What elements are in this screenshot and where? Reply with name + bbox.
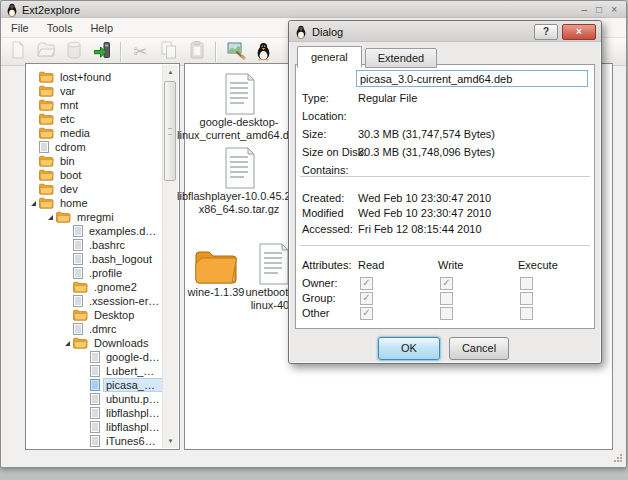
dialog-row: Size on Disk:30.3 MB (31,748,096 Bytes) [296,145,594,159]
permission-checkbox[interactable] [440,292,453,305]
maximize-button[interactable]: □ [596,5,602,15]
tree-item-label: cdrom [53,141,88,153]
tree-item[interactable]: home [27,196,163,210]
field-label: Type: [302,91,329,105]
tree-item[interactable]: examples.desk... [27,224,163,238]
document-icon [177,66,301,116]
tree-item-label: boot [58,169,83,181]
tab-general[interactable]: general [297,46,362,68]
expand-arrow-icon[interactable] [65,341,70,346]
permission-checkbox[interactable] [520,307,533,320]
tree-item[interactable]: Desktop [27,308,163,322]
permission-checkbox[interactable] [440,307,453,320]
tree-scrollbar[interactable]: ▲ ▼ [162,65,178,448]
tree-item[interactable]: var [27,84,163,98]
tree-item[interactable]: mregmi [27,210,163,224]
filename-field[interactable] [356,70,588,87]
scroll-up-icon[interactable]: ▲ [163,65,178,79]
file-item[interactable]: libflashplayer-10.0.45.2.linx86_64.so.ta… [177,140,301,216]
field-label: Size: [302,127,326,141]
field-label: Location: [302,109,347,123]
tree-item[interactable]: dev [27,182,163,196]
tree-item[interactable]: Downloads [27,336,163,350]
desktop: { "window": { "title": "Ext2explore", "c… [0,0,628,480]
dialog-close-button[interactable]: × [562,24,596,40]
tree-item[interactable]: boot [27,168,163,182]
permission-checkbox[interactable]: ✓ [360,307,373,320]
tree-item[interactable]: .profile [27,266,163,280]
permission-checkbox[interactable] [520,277,533,290]
tree-item[interactable]: iTunes64Se... [27,434,163,448]
tree-item[interactable]: google-de... [27,350,163,364]
dialog-tux-icon [295,25,307,39]
tree-item[interactable]: .bash_logout [27,252,163,266]
permission-checkbox[interactable]: ✓ [360,292,373,305]
close-button[interactable]: × [611,5,617,15]
file-icon [73,239,83,251]
view-properties-icon [226,40,246,64]
toolbar-linux-tux-button[interactable] [252,40,275,63]
toolbar-extract-save-button[interactable] [90,40,113,63]
tree-item[interactable]: picasa_3.0-... [27,378,163,392]
tree-item[interactable]: cdrom [27,140,163,154]
resize-grip[interactable] [612,454,622,464]
tree-item[interactable]: libflashpla... [27,420,163,434]
toolbar-open-folder-button[interactable] [34,40,57,63]
tree-item[interactable]: lost+found [27,70,163,84]
expand-arrow-icon[interactable] [31,201,36,206]
permission-checkbox[interactable] [520,292,533,305]
folder-icon [39,85,54,97]
tree-item-label: bin [58,155,77,167]
expand-arrow-icon[interactable] [48,215,53,220]
menu-tools[interactable]: Tools [39,20,83,36]
toolbar-view-properties-button[interactable] [224,40,247,63]
tree-item-label: iTunes64Se... [104,435,163,447]
folder-icon [73,281,88,293]
tree-item[interactable]: mnt [27,98,163,112]
separator [300,176,590,177]
toolbar-new-file-button[interactable] [6,40,29,63]
menu-help[interactable]: Help [82,20,123,36]
tree-item[interactable]: .dmrc [27,322,163,336]
folder-tree-panel: lost+foundvarmntetcmediacdrombinbootdevh… [25,63,180,450]
tree-item[interactable]: Lubert_Str... [27,364,163,378]
dialog-row: Location: [296,109,594,123]
toolbar-delete-button[interactable] [62,40,85,63]
tree-item-label: .dmrc [87,323,119,335]
cut-icon: ✂ [134,43,147,61]
tree-item[interactable]: .bashrc [27,238,163,252]
scrollbar-thumb[interactable] [164,81,176,181]
tab-extended[interactable]: Extended [365,48,437,68]
scroll-down-icon[interactable]: ▼ [163,434,178,448]
general-tab-page: Type:Regular FileLocation:Size:30.3 MB (… [295,64,595,329]
tree-item[interactable]: media [27,126,163,140]
dialog-row: Owner:✓✓ [296,276,594,290]
file-item-label: wine-1.1.39 [187,286,245,299]
permission-checkbox[interactable]: ✓ [440,277,453,290]
file-item[interactable]: wine-1.1.39 [187,230,245,299]
delete-icon [64,40,84,64]
tree-item[interactable]: libflashpla... [27,406,163,420]
toolbar-cut-button[interactable]: ✂ [129,40,152,63]
tree-item[interactable]: bin [27,154,163,168]
permission-checkbox[interactable]: ✓ [360,277,373,290]
dialog-titlebar: Dialog ? × [289,21,601,42]
tree-item-label: ubuntu.png [104,393,163,405]
minimize-button[interactable]: – [582,5,588,15]
toolbar-separator [120,42,122,62]
dialog-help-button[interactable]: ? [534,24,558,40]
file-icon [39,141,49,153]
tree-item[interactable]: ubuntu.png [27,392,163,406]
menu-file[interactable]: File [3,20,39,36]
tree-item[interactable]: .gnome2 [27,280,163,294]
tree-item[interactable]: etc [27,112,163,126]
dialog-row: Other✓ [296,306,594,320]
toolbar-copy-button[interactable] [157,40,180,63]
field-value: 30.3 MB (31,747,574 Bytes) [358,127,495,141]
file-item[interactable]: google-desktop-linux_current_amd64.deb [177,66,301,142]
ok-button[interactable]: OK [378,337,440,360]
paste-icon [187,40,207,64]
tree-item[interactable]: .xsession-errors [27,294,163,308]
toolbar-paste-button[interactable] [185,40,208,63]
cancel-button[interactable]: Cancel [449,337,509,360]
